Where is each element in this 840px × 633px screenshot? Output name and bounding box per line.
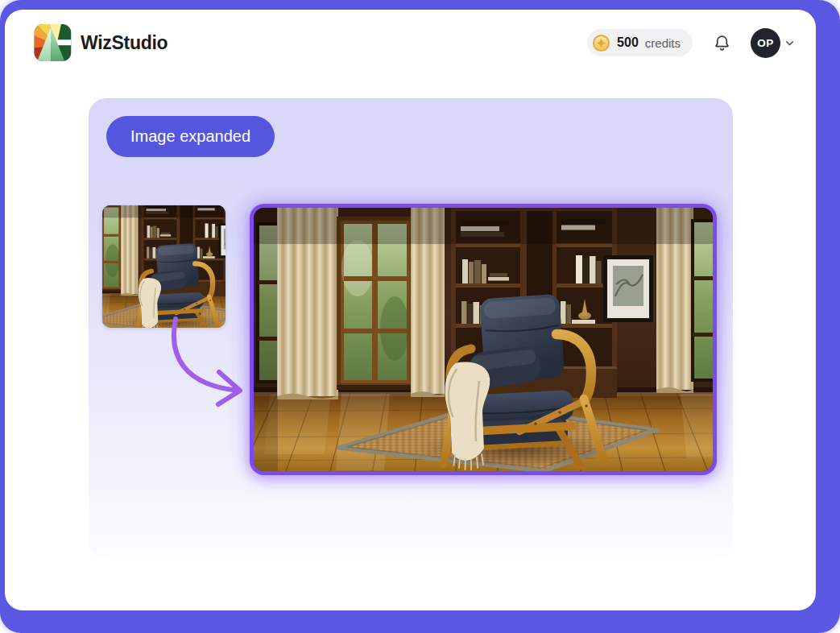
wizstudio-prism-logo-icon	[34, 24, 72, 61]
app-window: WizStudio 500 credits	[5, 10, 816, 610]
status-badge: Image expanded	[106, 116, 275, 157]
expand-arrow	[155, 312, 255, 413]
expanded-image-art	[254, 208, 713, 471]
credits-amount: 500	[617, 35, 639, 50]
notifications-button[interactable]	[710, 31, 734, 55]
avatar: OP	[751, 28, 780, 58]
coin-sparkle-icon	[592, 34, 610, 52]
header-actions: 500 credits OP	[587, 28, 795, 58]
credits-badge[interactable]: 500 credits	[587, 29, 693, 56]
curved-arrow-icon	[155, 312, 255, 413]
app-logo[interactable]: WizStudio	[34, 24, 168, 61]
screenshot-root: WizStudio 500 credits	[0, 0, 840, 633]
bell-icon	[713, 34, 731, 52]
credits-label: credits	[645, 36, 681, 50]
expanded-image[interactable]	[250, 204, 717, 475]
original-image-art	[102, 205, 226, 328]
result-panel: Image expanded	[89, 98, 733, 560]
app-title: WizStudio	[81, 32, 168, 54]
header: WizStudio 500 credits	[34, 23, 795, 63]
chevron-down-icon	[784, 38, 795, 48]
original-image[interactable]	[102, 205, 226, 328]
user-menu[interactable]: OP	[751, 28, 795, 58]
